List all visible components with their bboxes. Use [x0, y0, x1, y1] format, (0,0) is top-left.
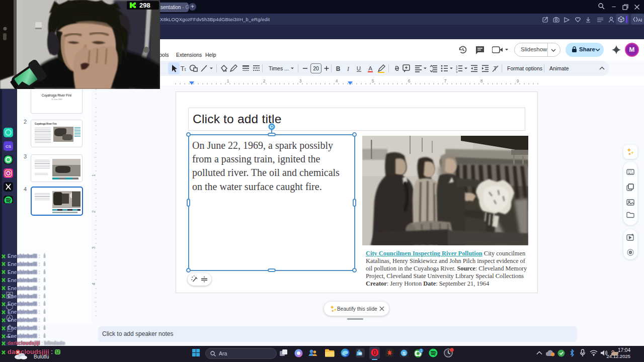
- svg-text:AI: AI: [638, 18, 642, 23]
- svg-text:3: 3: [91, 246, 96, 249]
- svg-text:6: 6: [408, 78, 411, 83]
- svg-text:A: A: [368, 65, 372, 71]
- svg-text:5: 5: [372, 78, 374, 83]
- svg-text:7: 7: [444, 78, 447, 83]
- svg-text:CS: CS: [6, 144, 12, 149]
- svg-text:1: 1: [91, 174, 96, 176]
- svg-text:Times ...: Times ...: [269, 65, 289, 71]
- svg-text:B: B: [336, 65, 341, 72]
- svg-text:Tt: Tt: [181, 65, 186, 72]
- svg-text:2: 2: [263, 78, 266, 83]
- svg-text:S: S: [403, 350, 406, 356]
- svg-text:1: 1: [227, 78, 229, 83]
- svg-text:4: 4: [336, 78, 338, 83]
- svg-text:9: 9: [517, 78, 519, 83]
- svg-text:20: 20: [313, 65, 319, 71]
- svg-text:2: 2: [91, 210, 96, 213]
- svg-text:Animate: Animate: [549, 65, 569, 71]
- svg-text:I: I: [347, 65, 350, 72]
- svg-text:3: 3: [456, 70, 458, 73]
- svg-text:8: 8: [480, 78, 483, 83]
- svg-text:1: 1: [420, 349, 422, 352]
- svg-text:Format options: Format options: [507, 65, 542, 71]
- svg-text:3: 3: [299, 78, 302, 83]
- svg-text:4: 4: [91, 283, 96, 285]
- svg-text:U: U: [357, 65, 361, 71]
